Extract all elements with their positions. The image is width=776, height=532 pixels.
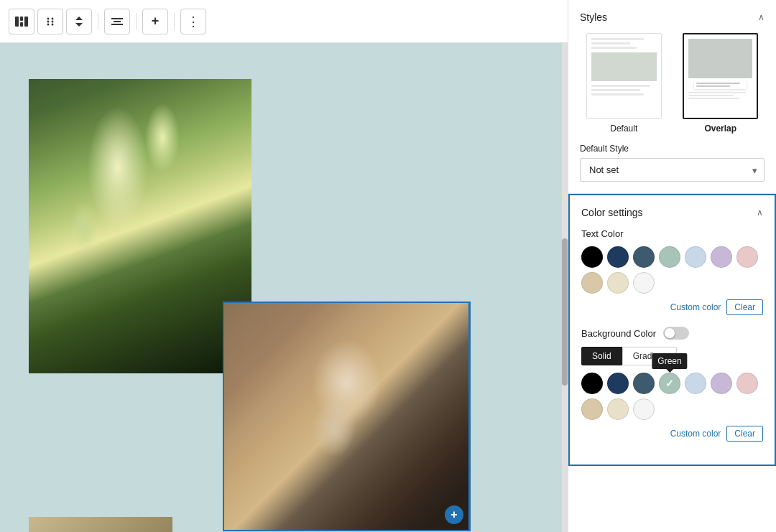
bg-header-row: Background Color — [581, 327, 763, 340]
gallery-image-2[interactable]: + — [223, 302, 471, 531]
styles-section: Styles ∧ Default — [568, 0, 776, 194]
swatch-tan[interactable] — [581, 272, 603, 294]
bg-tab-solid[interactable]: Solid — [581, 347, 622, 365]
right-panel: Styles ∧ Default — [568, 0, 776, 532]
gallery-image-3 — [29, 517, 172, 532]
gallery-image-1 — [29, 79, 251, 373]
color-settings-collapse-btn[interactable]: ∧ — [757, 207, 763, 218]
text-custom-color-link[interactable]: Custom color — [670, 302, 721, 312]
bg-swatch-cream[interactable] — [607, 398, 629, 420]
toggle-knob — [665, 328, 675, 338]
bg-color-swatches: Green — [581, 373, 763, 420]
bg-swatch-white[interactable] — [633, 398, 655, 420]
styles-title: Styles — [580, 11, 607, 23]
swatch-light-blue[interactable] — [685, 246, 706, 268]
svg-rect-2 — [20, 22, 23, 27]
swatch-slate[interactable] — [633, 246, 655, 268]
style-thumbnails: Default Overl — [580, 33, 765, 134]
color-settings-title: Color settings — [581, 207, 643, 218]
align-btn[interactable] — [104, 9, 130, 34]
styles-header: Styles ∧ — [580, 11, 765, 23]
swatch-black[interactable] — [581, 246, 603, 268]
bg-swatch-sage-green[interactable] — [659, 373, 680, 394]
swatch-white[interactable] — [633, 272, 655, 294]
text-color-swatches — [581, 246, 763, 294]
style-overlap[interactable]: Overlap — [677, 33, 765, 134]
svg-marker-11 — [75, 23, 83, 27]
svg-point-7 — [52, 17, 54, 19]
portrait-painting — [224, 303, 469, 530]
swatch-sage-green[interactable] — [659, 246, 680, 268]
svg-point-4 — [47, 17, 50, 19]
bg-color-label: Background Color — [581, 328, 656, 339]
bg-custom-color-link[interactable]: Custom color — [670, 429, 721, 439]
add-btn[interactable]: + — [142, 9, 168, 34]
color-settings-section: Color settings ∧ Text Color Custom color… — [568, 194, 776, 466]
garden-painting — [29, 79, 251, 373]
bg-color-action-row: Custom color Clear — [581, 426, 763, 442]
bg-tab-gradient[interactable]: Gradient — [622, 347, 677, 365]
bg-swatch-black[interactable] — [581, 373, 603, 394]
svg-rect-0 — [15, 17, 19, 27]
svg-marker-10 — [75, 17, 83, 20]
style-default[interactable]: Default — [580, 33, 668, 134]
svg-rect-12 — [111, 18, 123, 19]
drag-handle-btn[interactable] — [37, 9, 63, 34]
swatch-dark-blue[interactable] — [607, 246, 629, 268]
text-color-subsection: Text Color Custom color Clear — [581, 228, 763, 315]
style-default-label: Default — [610, 123, 637, 134]
text-clear-btn[interactable]: Clear — [726, 299, 763, 315]
svg-point-6 — [47, 23, 50, 25]
color-settings-header: Color settings ∧ — [581, 207, 763, 218]
default-style-field: Default Style Not set — [580, 144, 765, 182]
move-up-down-btn[interactable] — [66, 9, 92, 34]
scroll-bar[interactable] — [562, 43, 568, 532]
bg-swatch-slate[interactable] — [633, 373, 655, 394]
bg-tabs: Solid Gradient — [581, 347, 763, 365]
text-color-action-row: Custom color Clear — [581, 299, 763, 315]
bg-clear-btn[interactable]: Clear — [726, 426, 763, 442]
style-overlap-label: Overlap — [704, 123, 736, 134]
default-style-select[interactable]: Not set — [580, 158, 765, 182]
toolbar-divider-3 — [174, 13, 175, 30]
bg-toggle[interactable] — [663, 327, 689, 340]
svg-point-5 — [47, 20, 50, 22]
style-overlap-preview — [683, 33, 758, 119]
toolbar: + ⋮ — [0, 0, 568, 43]
add-block-handle[interactable]: + — [445, 505, 463, 524]
bg-swatch-light-blue[interactable] — [685, 373, 706, 394]
bg-swatch-green-container: Green — [659, 373, 680, 394]
canvas-area: + — [0, 43, 568, 532]
default-style-select-wrapper: Not set — [580, 158, 765, 182]
swatch-lavender[interactable] — [711, 246, 732, 268]
bg-swatch-lavender[interactable] — [711, 373, 732, 394]
svg-rect-1 — [20, 17, 23, 21]
svg-point-8 — [52, 20, 54, 22]
bg-swatch-dark-blue[interactable] — [607, 373, 629, 394]
svg-rect-14 — [111, 24, 123, 25]
scroll-thumb[interactable] — [562, 238, 568, 385]
bg-swatch-blush[interactable] — [736, 373, 758, 394]
layout-icon-btn[interactable] — [9, 9, 34, 34]
swatch-blush[interactable] — [736, 246, 758, 268]
toolbar-divider-2 — [136, 13, 137, 30]
svg-rect-3 — [24, 17, 28, 27]
svg-rect-13 — [114, 21, 121, 22]
default-style-label: Default Style — [580, 144, 765, 154]
styles-collapse-btn[interactable]: ∧ — [758, 12, 765, 22]
swatch-cream[interactable] — [607, 272, 629, 294]
style-default-preview — [586, 33, 662, 119]
selection-border — [468, 302, 470, 531]
svg-point-9 — [52, 23, 54, 25]
editor-area: + ⋮ + — [0, 0, 568, 532]
bg-color-subsection: Background Color Solid Gradient Green — [581, 327, 763, 442]
more-options-btn[interactable]: ⋮ — [180, 9, 206, 34]
toolbar-divider — [98, 13, 98, 30]
third-painting — [29, 517, 172, 532]
text-color-label: Text Color — [581, 228, 763, 239]
bg-swatch-tan[interactable] — [581, 398, 603, 420]
